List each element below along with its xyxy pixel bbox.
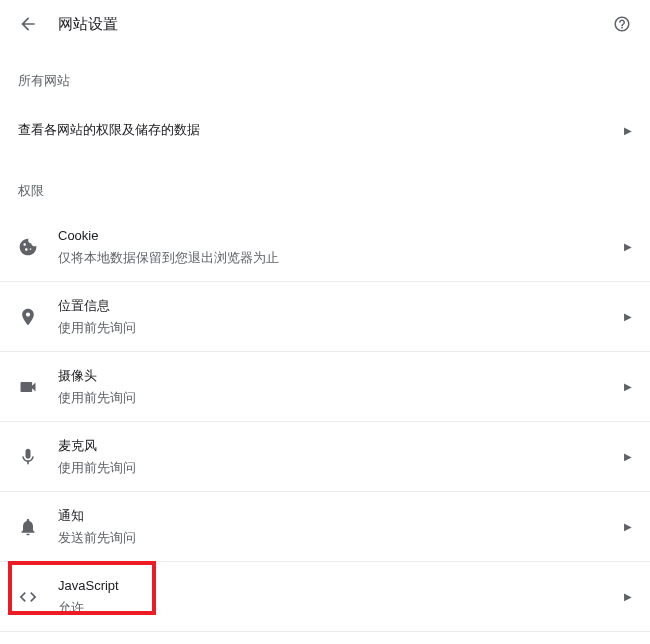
permission-row-javascript[interactable]: JavaScript 允许 ▶ xyxy=(0,561,650,631)
chevron-right-icon: ▶ xyxy=(624,241,632,252)
row-subtitle: 使用前先询问 xyxy=(58,388,614,408)
chevron-right-icon: ▶ xyxy=(624,125,632,136)
row-subtitle: 允许 xyxy=(58,598,614,618)
chevron-right-icon: ▶ xyxy=(624,521,632,532)
help-icon[interactable] xyxy=(612,14,632,34)
permission-row-location[interactable]: 位置信息 使用前先询问 ▶ xyxy=(0,281,650,351)
settings-page: 网站设置 所有网站 查看各网站的权限及储存的数据 ▶ 权限 Cookie 仅将本… xyxy=(0,0,650,644)
permissions-section-label: 权限 xyxy=(0,158,650,212)
row-title: 通知 xyxy=(58,506,614,526)
row-title: 麦克风 xyxy=(58,436,614,456)
chevron-right-icon: ▶ xyxy=(624,591,632,602)
all-sites-section-label: 所有网站 xyxy=(0,48,650,102)
bell-icon xyxy=(18,517,38,537)
row-title: 位置信息 xyxy=(58,296,614,316)
page-header: 网站设置 xyxy=(0,0,650,48)
row-title: 查看各网站的权限及储存的数据 xyxy=(18,120,614,140)
chevron-right-icon: ▶ xyxy=(624,311,632,322)
permissions-list: Cookie 仅将本地数据保留到您退出浏览器为止 ▶ 位置信息 使用前先询问 ▶… xyxy=(0,212,650,644)
row-title: 摄像头 xyxy=(58,366,614,386)
back-arrow-icon[interactable] xyxy=(18,14,38,34)
permission-row-flash[interactable]: Flash 先询问 ▶ xyxy=(0,631,650,644)
view-all-sites-row[interactable]: 查看各网站的权限及储存的数据 ▶ xyxy=(0,102,650,158)
page-title: 网站设置 xyxy=(58,15,612,34)
chevron-right-icon: ▶ xyxy=(624,451,632,462)
row-subtitle: 发送前先询问 xyxy=(58,528,614,548)
permission-row-cookie[interactable]: Cookie 仅将本地数据保留到您退出浏览器为止 ▶ xyxy=(0,212,650,281)
chevron-right-icon: ▶ xyxy=(624,381,632,392)
row-title: JavaScript xyxy=(58,576,614,596)
row-subtitle: 使用前先询问 xyxy=(58,318,614,338)
row-subtitle: 使用前先询问 xyxy=(58,458,614,478)
location-icon xyxy=(18,307,38,327)
permission-row-camera[interactable]: 摄像头 使用前先询问 ▶ xyxy=(0,351,650,421)
camera-icon xyxy=(18,377,38,397)
permission-row-notifications[interactable]: 通知 发送前先询问 ▶ xyxy=(0,491,650,561)
permission-row-microphone[interactable]: 麦克风 使用前先询问 ▶ xyxy=(0,421,650,491)
cookie-icon xyxy=(18,237,38,257)
row-subtitle: 仅将本地数据保留到您退出浏览器为止 xyxy=(58,248,614,268)
row-title: Cookie xyxy=(58,226,614,246)
code-icon xyxy=(18,587,38,607)
microphone-icon xyxy=(18,447,38,467)
